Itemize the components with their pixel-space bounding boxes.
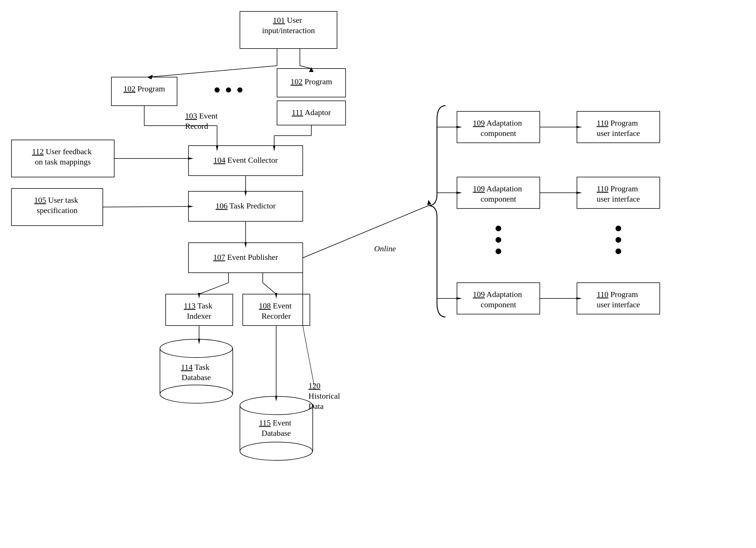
svg-text:103 Event
      Record: 103 Event Record bbox=[185, 111, 220, 131]
svg-text:120
      Historical
      Dat: 120 Historical Data bbox=[308, 381, 342, 411]
svg-marker-87 bbox=[427, 200, 431, 205]
svg-point-4 bbox=[214, 87, 220, 93]
svg-line-100 bbox=[303, 326, 314, 386]
diagram: 101 User input/interaction 102 Program 1… bbox=[0, 0, 756, 548]
svg-text:102 Program: 102 Program bbox=[290, 77, 332, 86]
svg-text:106 Task Predictor: 106 Task Predictor bbox=[216, 201, 276, 210]
svg-text:111 Adaptor: 111 Adaptor bbox=[292, 108, 331, 117]
svg-point-5 bbox=[226, 87, 231, 93]
svg-line-55 bbox=[149, 66, 277, 77]
svg-point-49 bbox=[615, 248, 621, 254]
svg-text:104 Event Collector: 104 Event Collector bbox=[213, 156, 278, 164]
svg-line-86 bbox=[303, 206, 428, 258]
svg-line-58 bbox=[300, 66, 311, 69]
svg-point-6 bbox=[237, 87, 242, 93]
svg-point-45 bbox=[496, 237, 501, 243]
svg-point-47 bbox=[615, 226, 621, 231]
svg-point-27 bbox=[160, 339, 232, 358]
svg-text:107 Event Publisher: 107 Event Publisher bbox=[213, 253, 278, 262]
svg-line-77 bbox=[199, 283, 228, 294]
svg-text:102 Program: 102 Program bbox=[123, 84, 165, 93]
svg-point-32 bbox=[240, 442, 312, 460]
svg-point-48 bbox=[615, 237, 621, 243]
svg-line-80 bbox=[263, 283, 276, 294]
svg-text:Online: Online bbox=[374, 244, 396, 253]
svg-point-44 bbox=[496, 226, 501, 231]
svg-line-72 bbox=[103, 206, 189, 207]
svg-point-28 bbox=[160, 385, 232, 403]
svg-point-46 bbox=[496, 248, 501, 254]
